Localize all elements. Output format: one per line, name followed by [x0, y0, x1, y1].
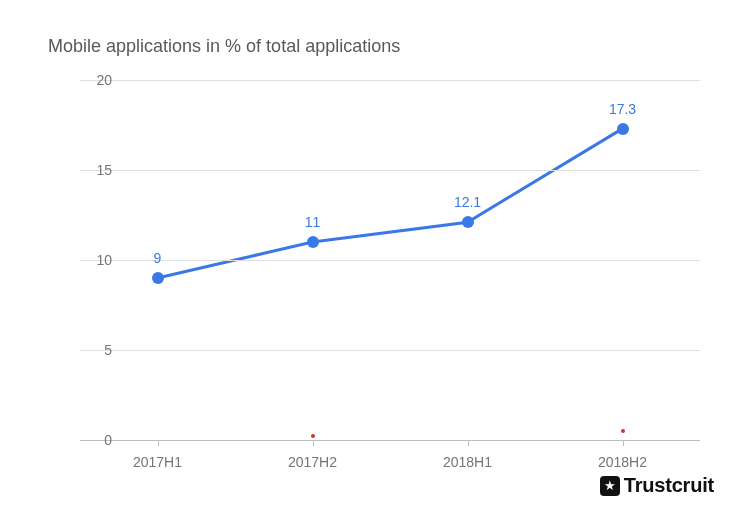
data-label: 12.1 [454, 194, 481, 210]
data-point [152, 272, 164, 284]
brand-logo: ★ Trustcruit [600, 474, 714, 497]
plot-area: 91112.117.3 [80, 80, 700, 440]
chart-title: Mobile applications in % of total applic… [48, 36, 400, 57]
x-tick-label: 2017H1 [133, 454, 182, 470]
grid-line [80, 350, 700, 351]
x-tick-mark [468, 440, 469, 446]
data-point [307, 236, 319, 248]
brand-name: Trustcruit [624, 474, 714, 497]
data-label: 9 [154, 250, 162, 266]
data-point [621, 429, 625, 433]
data-point [617, 123, 629, 135]
x-tick-label: 2017H2 [288, 454, 337, 470]
y-tick-label: 20 [96, 72, 112, 88]
x-axis-line [80, 440, 700, 441]
data-point [311, 434, 315, 438]
x-tick-mark [623, 440, 624, 446]
data-label: 17.3 [609, 101, 636, 117]
y-tick-label: 15 [96, 162, 112, 178]
y-tick-label: 10 [96, 252, 112, 268]
y-tick-label: 0 [104, 432, 112, 448]
grid-line [80, 170, 700, 171]
x-tick-mark [158, 440, 159, 446]
grid-line [80, 260, 700, 261]
data-point [462, 216, 474, 228]
x-tick-label: 2018H2 [598, 454, 647, 470]
grid-line [80, 80, 700, 81]
x-tick-label: 2018H1 [443, 454, 492, 470]
x-tick-mark [313, 440, 314, 446]
y-tick-label: 5 [104, 342, 112, 358]
star-icon: ★ [600, 476, 620, 496]
data-label: 11 [305, 214, 321, 230]
series-line [158, 129, 623, 278]
